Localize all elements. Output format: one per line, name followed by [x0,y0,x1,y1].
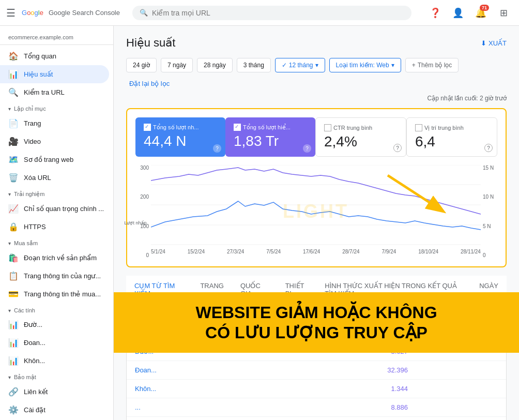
sidebar-item-doan2[interactable]: 📊 Đoan... [0,334,113,352]
apps-button[interactable]: ⊞ [494,4,513,22]
ctr-label-text: CTR trung bình [333,125,372,131]
home-icon: 🏠 [8,51,19,61]
clicks-cell [268,361,338,380]
ctr-info-icon[interactable]: ? [393,144,402,152]
account-button[interactable]: 👤 [449,4,467,22]
sidebar-item-doan-trich[interactable]: 🛍️ Đoạn trích về sản phẩm [0,249,113,267]
impressions-value: 1,83 Tr [234,133,307,149]
stat-position: Vị trí trung bình 6,4 ? [406,117,497,157]
section-trai-nghiem[interactable]: ▾ Trải nghiệm [0,187,113,200]
section-label: Bảo mật [14,374,36,381]
page-icon: 📄 [8,118,19,128]
query-cell[interactable]: ... [127,398,268,417]
help-button[interactable]: ❓ [426,4,445,22]
sidebar-item-video[interactable]: 🎥 Video [0,132,113,151]
filter-24h[interactable]: 24 giờ [126,58,157,72]
filter-28days[interactable]: 28 ngày [197,58,233,72]
checkbox-check: ✓ [145,124,149,129]
query-cell[interactable]: gà lỗi tráng giá bao nhiêu [127,417,268,421]
sidebar-item-duong[interactable]: 📊 Đườ... [0,316,113,334]
sidebar-label: Xóa URL [24,174,51,182]
sidebar-item-https[interactable]: 🔒 HTTPS [0,218,113,236]
x-label-3: 27/3/24 [227,249,244,254]
filter-bar: 24 giờ 7 ngày 28 ngày 3 tháng ✓ 12 tháng… [126,58,507,91]
delete-icon: 🗑️ [8,173,19,183]
sidebar-item-trang[interactable]: 📄 Trang [0,114,113,132]
sidebar-label: Hiệu suất [24,70,53,78]
query-cell[interactable]: Đoan... [127,361,268,380]
sidebar-item-tong-quan[interactable]: 🏠 Tổng quan [0,47,113,65]
sidebar-item-sitemap[interactable]: 🗺️ Sơ đồ trang web [0,151,113,169]
position-info-icon[interactable]: ? [484,144,493,152]
stat-clicks: ✓ Tổng số lượt nh... 44,4 N ? [135,117,225,157]
settings-icon: ⚙️ [8,405,19,415]
position-cell [461,361,506,380]
sidebar-item-lien-ket[interactable]: 🔗 Liên kết [0,383,113,401]
sidebar-label: Chỉ số quan trọng chính ... [24,205,104,213]
last-updated: Cập nhật lần cuối: 2 giờ trướ [126,95,507,102]
performance-icon: 📊 [8,69,19,79]
sidebar-item-xoa-url[interactable]: 🗑️ Xóa URL [0,169,113,187]
dropdown-icon2: ▾ [391,62,394,69]
reset-filter-button[interactable]: Đặt lại bộ lọc [126,77,173,91]
search-bar[interactable]: 🔍 [132,6,411,20]
url-check-icon: 🔍 [8,87,19,97]
x-label-7: 7/9/24 [381,249,396,254]
clicks-cell [268,398,338,417]
query-cell[interactable]: Khôn... [127,380,268,398]
section-label: Mua sắm [14,240,38,247]
sidebar-label: Đoan... [24,339,45,347]
filter-12months[interactable]: ✓ 12 tháng ▾ [275,58,325,72]
table-row: ... 8.886 [127,398,506,417]
y-left-0: 0 [146,252,149,258]
sidebar-item-trang-thong-tin-ngu[interactable]: 📋 Trang thông tin của ngư... [0,267,113,285]
main-layout: ecommerce.example.com 🏠 Tổng quan 📊 Hiệu… [0,26,519,420]
y-left-200: 200 [140,194,149,200]
filter-3months[interactable]: 3 tháng [237,58,271,72]
sidebar-item-kiem-tra-url[interactable]: 🔍 Kiểm tra URL [0,83,113,101]
impressions-cell: 1.344 [337,380,416,398]
x-axis-labels: 5/1/24 15/2/24 27/3/24 7/5/24 17/6/24 28… [151,249,481,254]
app-name: Google Search Console [49,9,120,17]
sidebar-item-khong[interactable]: 📊 Khôn... [0,352,113,370]
section-bao-mat[interactable]: ▾ Bảo mật [0,370,113,383]
section-mua-sam[interactable]: ▾ Mua sắm [0,236,113,249]
sidebar-item-hieu-suat[interactable]: 📊 Hiệu suất [0,65,109,83]
position-cell [461,398,506,417]
section-cac-tinh[interactable]: ▾ Các tính [0,303,113,316]
filter-7days[interactable]: 7 ngày [161,58,193,72]
add-filter-button[interactable]: + Thêm bộ lọc [405,58,459,72]
search-input[interactable] [152,9,404,17]
sidebar-label: Cài đặt [24,406,45,414]
stat-impressions: ✓ Tổng số lượt hiể... 1,83 Tr ? [225,117,315,157]
section-lap-chi-muc[interactable]: ▾ Lập chỉ mục [0,101,113,114]
impressions-cell: 8.886 [337,398,416,417]
card-icon: 💳 [8,289,19,299]
ctr-cell [416,380,461,398]
sidebar-item-chi-so[interactable]: 📈 Chỉ số quan trọng chính ... [0,200,113,218]
page-title: Hiệu suất [126,36,175,50]
sidebar-item-cai-dat[interactable]: ⚙️ Cài đặt [0,401,113,419]
chevron-icon: ▾ [8,374,11,380]
export-icon: ⬇ [481,39,486,47]
checkbox-check2: ✓ [235,124,239,129]
sidebar-label: Trang thông tin thẻ mua... [24,290,101,298]
export-button[interactable]: ⬇ XUẤT [481,39,507,47]
sidebar-item-trang-thong-tin-the[interactable]: 💳 Trang thông tin thẻ mua... [0,285,113,303]
sidebar-label: HTTPS [24,223,46,231]
chart-icon: 📊 [8,320,19,329]
clicks-checkbox: ✓ [144,124,151,131]
menu-icon[interactable]: ☰ [6,7,16,19]
sidebar-label: Khôn... [24,357,45,365]
y-right-15n: 15 N [483,165,494,171]
x-label-8: 18/10/24 [418,249,438,254]
clicks-info-icon[interactable]: ? [213,144,221,153]
notification-button[interactable]: 🔔 71 [471,4,490,22]
sidebar-label: Trang [24,119,41,127]
impressions-checkbox: ✓ [234,124,241,131]
ctr-cell [416,398,461,417]
stat-ctr: CTR trung bình 2,4% ? [315,117,406,157]
filter-search-type[interactable]: Loại tìm kiếm: Web ▾ [329,58,401,72]
impressions-info-icon[interactable]: ? [303,144,311,153]
position-cell [461,380,506,398]
